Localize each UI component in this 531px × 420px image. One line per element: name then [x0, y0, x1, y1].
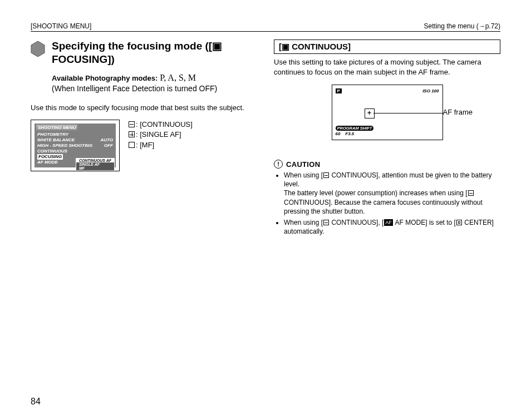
- caution-heading: ! CAUTION: [274, 160, 500, 169]
- menu-item: PHOTOMETRY: [36, 132, 114, 137]
- hexagon-icon: [31, 41, 45, 57]
- modes-letters: P, A, S, M: [160, 73, 196, 82]
- continuous-heading: [▣ CONTINUOUS]: [274, 39, 500, 54]
- continuous-icon: [129, 121, 135, 127]
- page-number: 84: [31, 397, 41, 407]
- continuous-icon: [323, 220, 329, 225]
- callout-line: [373, 113, 443, 113]
- iso-label: ISO 100: [422, 88, 439, 93]
- aperture-value: F3.5: [345, 131, 354, 136]
- caution-icon: !: [274, 160, 283, 169]
- left-column: Specifying the focusing mode ([▣ FOCUSIN…: [31, 39, 257, 238]
- continuous-icon: [323, 172, 329, 178]
- mode-badge: P: [336, 88, 342, 93]
- submenu-item: SINGLE AF: [76, 162, 114, 166]
- svg-marker-0: [31, 41, 45, 57]
- continuous-icon: [468, 190, 474, 196]
- section-title-row: Specifying the focusing mode ([▣ FOCUSIN…: [31, 39, 257, 66]
- program-shift-label: PROGRAM SHIFT: [336, 126, 374, 131]
- menu-screen: SHOOTING MENU PHOTOMETRY WHITE BALANCEAU…: [35, 123, 116, 167]
- af-frame-figure: P ISO 100 + PROGRAM SHIFT 60 F3.5: [332, 85, 443, 140]
- modes-label: Available Photography modes:: [52, 74, 158, 82]
- section-title: Specifying the focusing mode ([▣ FOCUSIN…: [52, 39, 257, 66]
- submenu-item: MF: [76, 166, 114, 170]
- mode-legend: : [CONTINUOUS] : [SINGLE AF] : [MF]: [129, 120, 193, 171]
- header-left: [SHOOTING MENU]: [31, 22, 91, 30]
- right-column: [▣ CONTINUOUS] Use this setting to take …: [274, 39, 500, 238]
- menu-item: HIGH - SPEED SHOOTINGOFF: [36, 143, 114, 149]
- mf-icon: [129, 142, 135, 148]
- submenu: CONTINUOUS AF SINGLE AF MF: [76, 158, 115, 171]
- single-af-icon: [129, 131, 135, 137]
- submenu-item-selected: CONTINUOUS AF: [76, 159, 114, 162]
- shooting-menu-figure: SHOOTING MENU PHOTOMETRY WHITE BALANCEAU…: [31, 120, 120, 171]
- caution-label: CAUTION: [286, 160, 320, 169]
- columns: Specifying the focusing mode ([▣ FOCUSIN…: [31, 39, 500, 238]
- caution-item: When using [ CONTINUOUS], [AF AF MODE] i…: [284, 218, 500, 236]
- caution-item: When using [ CONTINUOUS], attention must…: [284, 171, 500, 216]
- page-header: [SHOOTING MENU] Setting the menu (→p.72): [31, 22, 500, 32]
- menu-item: WHITE BALANCEAUTO: [36, 137, 114, 143]
- modes-note: (When Intelligent Face Detection is turn…: [52, 84, 217, 93]
- manual-page: [SHOOTING MENU] Setting the menu (→p.72)…: [0, 0, 531, 420]
- af-icon: AF: [384, 219, 393, 226]
- menu-item: CONTINUOUS: [36, 149, 114, 154]
- menu-figure-row: SHOOTING MENU PHOTOMETRY WHITE BALANCEAU…: [31, 120, 257, 171]
- caution-list: When using [ CONTINUOUS], attention must…: [284, 171, 500, 236]
- continuous-body: Use this setting to take pictures of a m…: [274, 57, 500, 77]
- shutter-value: 60: [336, 131, 341, 136]
- center-icon: [456, 220, 462, 225]
- intro-text: Use this mode to specify focusing mode t…: [31, 103, 257, 113]
- af-target-icon: +: [365, 108, 375, 118]
- header-right: Setting the menu (→p.72): [424, 22, 500, 30]
- menu-title: SHOOTING MENU: [36, 125, 77, 131]
- available-modes: Available Photography modes: P, A, S, M …: [52, 72, 257, 94]
